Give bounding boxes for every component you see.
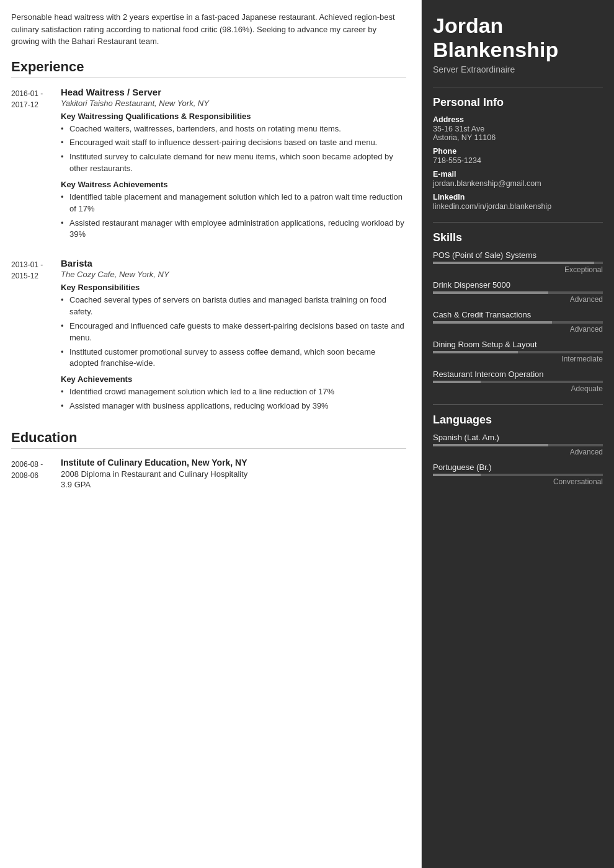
linkedin-label: LinkedIn	[433, 193, 603, 202]
edu-gpa-0: 3.9 GPA	[61, 480, 247, 489]
edu-content-0: Institute of Culinary Education, New Yor…	[61, 458, 247, 489]
address-value: 35-16 31st Ave Astoria, NY 11106	[433, 125, 603, 142]
job-bullets-1-1: Identified crowd management solution whi…	[61, 386, 406, 412]
languages-title: Languages	[433, 414, 603, 427]
name-title-block: Jordan Blankenship Server Extraordinaire	[433, 14, 603, 74]
skill-bar-fill-3	[433, 351, 518, 353]
skill-bar-fill-0	[433, 262, 594, 264]
skill-level-3: Intermediate	[433, 355, 603, 363]
job-bullets-0-0: Coached waiters, waitresses, bartenders,…	[61, 123, 406, 175]
linkedin-value: linkedin.com/in/jordan.blankenship	[433, 202, 603, 211]
bullet-1-0-2: Instituted customer promotional survey t…	[61, 347, 406, 370]
job-company-1: The Cozy Cafe, New York, NY	[61, 270, 406, 279]
address-line2: Astoria, NY 11106	[433, 133, 496, 142]
skill-bar-fill-2	[433, 321, 552, 324]
phone-label: Phone	[433, 147, 603, 156]
name-divider	[433, 87, 603, 87]
skill-bar-fill-4	[433, 381, 481, 383]
lang-bar-bg-1	[433, 474, 603, 476]
lang-level-0: Advanced	[433, 448, 603, 456]
lang-bar-bg-0	[433, 444, 603, 446]
job-company-0: Yakitori Taisho Restaurant, New York, NY	[61, 99, 406, 108]
info-skills-divider	[433, 222, 603, 223]
job-subtitle-0-0: Key Waitressing Qualifications & Respons…	[61, 112, 406, 121]
skill-bar-fill-1	[433, 291, 548, 294]
name-line1: Jordan	[433, 14, 503, 37]
education-container: 2006-08 - 2008-06Institute of Culinary E…	[11, 458, 406, 489]
lang-level-1: Conversational	[433, 477, 603, 486]
job-title-1: Barista	[61, 258, 406, 268]
skill-bar-bg-0	[433, 262, 603, 264]
job-content-1: BaristaThe Cozy Cafe, New York, NYKey Re…	[61, 258, 406, 417]
skill-item-1: Drink Dispenser 5000Advanced	[433, 280, 603, 304]
job-bullets-0-1: Identified table placement and managemen…	[61, 192, 406, 241]
education-section-title: Education	[11, 430, 406, 449]
skill-name-0: POS (Point of Sale) Systems	[433, 250, 603, 260]
name-line2: Blankenship	[433, 38, 558, 61]
phone-value: 718-555-1234	[433, 156, 603, 165]
skill-name-4: Restaurant Intercom Operation	[433, 370, 603, 379]
skill-item-3: Dining Room Setup & LayoutIntermediate	[433, 340, 603, 363]
edu-dates-0: 2006-08 - 2008-06	[11, 458, 61, 489]
languages-container: Spanish (Lat. Am.)AdvancedPortuguese (Br…	[433, 433, 603, 486]
left-column: Personable head waitress with 2 years ex…	[0, 0, 422, 868]
bullet-0-0-0: Coached waiters, waitresses, bartenders,…	[61, 123, 406, 135]
skill-bar-bg-2	[433, 321, 603, 324]
skill-name-2: Cash & Credit Transactions	[433, 310, 603, 319]
skills-container: POS (Point of Sale) SystemsExceptionalDr…	[433, 250, 603, 393]
job-dates-0: 2016-01 - 2017-12	[11, 87, 61, 246]
email-label: E-mail	[433, 170, 603, 179]
skill-name-3: Dining Room Setup & Layout	[433, 340, 603, 349]
job-title-0: Head Waitress / Server	[61, 87, 406, 97]
skills-lang-divider	[433, 404, 603, 405]
skill-level-4: Adequate	[433, 384, 603, 393]
skill-item-4: Restaurant Intercom OperationAdequate	[433, 370, 603, 393]
lang-name-0: Spanish (Lat. Am.)	[433, 433, 603, 442]
skill-level-1: Advanced	[433, 295, 603, 304]
bullet-1-1-1: Assisted manager with business applicati…	[61, 401, 406, 412]
lang-name-1: Portuguese (Br.)	[433, 463, 603, 472]
email-value: jordan.blankenship@gmail.com	[433, 179, 603, 188]
job-subtitle-1-0: Key Responsibilities	[61, 283, 406, 292]
lang-item-1: Portuguese (Br.)Conversational	[433, 463, 603, 486]
address-label: Address	[433, 115, 603, 124]
skill-bar-bg-3	[433, 351, 603, 353]
candidate-job-title: Server Extraordinaire	[433, 64, 603, 74]
edu-school-0: Institute of Culinary Education, New Yor…	[61, 458, 247, 467]
bullet-1-0-0: Coached several types of servers on bari…	[61, 294, 406, 318]
address-block: Address 35-16 31st Ave Astoria, NY 11106…	[433, 115, 603, 211]
job-bullets-1-0: Coached several types of servers on bari…	[61, 294, 406, 370]
skill-level-0: Exceptional	[433, 265, 603, 274]
job-entry-1: 2013-01 - 2015-12BaristaThe Cozy Cafe, N…	[11, 258, 406, 417]
bullet-0-0-1: Encouraged wait staff to influence desse…	[61, 137, 406, 149]
address-line1: 35-16 31st Ave	[433, 125, 484, 133]
lang-bar-fill-0	[433, 444, 548, 446]
bullet-0-0-2: Instituted survey to calculate demand fo…	[61, 151, 406, 175]
skill-item-0: POS (Point of Sale) SystemsExceptional	[433, 250, 603, 274]
skill-bar-bg-1	[433, 291, 603, 294]
bullet-0-1-0: Identified table placement and managemen…	[61, 192, 406, 215]
job-content-0: Head Waitress / ServerYakitori Taisho Re…	[61, 87, 406, 246]
skill-name-1: Drink Dispenser 5000	[433, 280, 603, 290]
job-subtitle-0-1: Key Waitress Achievements	[61, 180, 406, 189]
edu-entry-0: 2006-08 - 2008-06Institute of Culinary E…	[11, 458, 406, 489]
skill-level-2: Advanced	[433, 325, 603, 334]
skill-bar-bg-4	[433, 381, 603, 383]
personal-info-title: Personal Info	[433, 96, 603, 109]
experience-section-title: Experience	[11, 59, 406, 78]
candidate-name: Jordan Blankenship	[433, 14, 603, 62]
jobs-container: 2016-01 - 2017-12Head Waitress / ServerY…	[11, 87, 406, 418]
lang-item-0: Spanish (Lat. Am.)Advanced	[433, 433, 603, 456]
intro-paragraph: Personable head waitress with 2 years ex…	[11, 11, 406, 48]
job-subtitle-1-1: Key Achievements	[61, 374, 406, 384]
bullet-1-1-0: Identified crowd management solution whi…	[61, 386, 406, 398]
lang-bar-fill-1	[433, 474, 481, 476]
right-column: Jordan Blankenship Server Extraordinaire…	[422, 0, 614, 868]
bullet-1-0-1: Encouraged and influenced cafe guests to…	[61, 321, 406, 344]
edu-degree-0: 2008 Diploma in Restaurant and Culinary …	[61, 469, 247, 479]
skills-title: Skills	[433, 231, 603, 244]
bullet-0-1-1: Assisted restaurant manager with employe…	[61, 218, 406, 241]
skill-item-2: Cash & Credit TransactionsAdvanced	[433, 310, 603, 334]
job-entry-0: 2016-01 - 2017-12Head Waitress / ServerY…	[11, 87, 406, 246]
job-dates-1: 2013-01 - 2015-12	[11, 258, 61, 417]
